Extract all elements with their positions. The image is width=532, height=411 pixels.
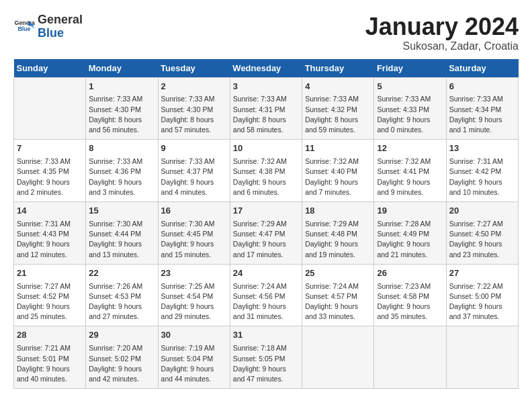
day-info: Sunrise: 7:33 AM Sunset: 4:30 PM Dayligh… [89,94,154,135]
day-number: 14 [17,205,83,218]
day-info: Sunrise: 7:32 AM Sunset: 4:41 PM Dayligh… [377,156,443,197]
day-number: 29 [89,329,154,342]
week-row-3: 14Sunrise: 7:31 AM Sunset: 4:43 PM Dayli… [14,202,519,265]
day-info: Sunrise: 7:33 AM Sunset: 4:30 PM Dayligh… [161,94,227,135]
calendar-cell: 21Sunrise: 7:27 AM Sunset: 4:52 PM Dayli… [14,264,86,326]
day-info: Sunrise: 7:20 AM Sunset: 5:02 PM Dayligh… [89,343,154,384]
calendar-cell: 16Sunrise: 7:30 AM Sunset: 4:45 PM Dayli… [158,202,230,265]
calendar-cell: 18Sunrise: 7:29 AM Sunset: 4:48 PM Dayli… [302,202,374,265]
calendar-cell: 22Sunrise: 7:26 AM Sunset: 4:53 PM Dayli… [86,264,158,326]
day-number: 1 [89,81,154,93]
day-number: 18 [305,205,371,218]
calendar-cell: 13Sunrise: 7:31 AM Sunset: 4:42 PM Dayli… [446,140,518,202]
svg-text:Blue: Blue [17,26,30,32]
calendar-cell: 28Sunrise: 7:21 AM Sunset: 5:01 PM Dayli… [14,326,86,389]
day-number: 4 [305,81,371,93]
header-thursday: Thursday [302,59,374,78]
calendar-cell: 11Sunrise: 7:32 AM Sunset: 4:40 PM Dayli… [302,140,374,202]
day-number: 22 [89,267,154,280]
day-number: 6 [449,81,515,93]
calendar-cell [302,326,374,389]
day-info: Sunrise: 7:33 AM Sunset: 4:34 PM Dayligh… [449,94,515,135]
week-row-2: 7Sunrise: 7:33 AM Sunset: 4:35 PM Daylig… [14,140,519,202]
day-number: 10 [233,142,299,155]
calendar-cell: 2Sunrise: 7:33 AM Sunset: 4:30 PM Daylig… [158,77,230,140]
day-number: 21 [17,267,83,280]
day-info: Sunrise: 7:28 AM Sunset: 4:49 PM Dayligh… [377,219,443,260]
day-info: Sunrise: 7:26 AM Sunset: 4:53 PM Dayligh… [89,281,154,322]
day-info: Sunrise: 7:22 AM Sunset: 5:00 PM Dayligh… [449,281,515,322]
day-info: Sunrise: 7:30 AM Sunset: 4:45 PM Dayligh… [161,219,227,260]
day-info: Sunrise: 7:23 AM Sunset: 4:58 PM Dayligh… [377,281,443,322]
day-info: Sunrise: 7:27 AM Sunset: 4:52 PM Dayligh… [17,281,83,322]
day-number: 8 [89,142,154,155]
calendar-cell: 15Sunrise: 7:30 AM Sunset: 4:44 PM Dayli… [86,202,158,265]
calendar-cell: 4Sunrise: 7:33 AM Sunset: 4:32 PM Daylig… [302,77,374,140]
week-row-1: 1Sunrise: 7:33 AM Sunset: 4:30 PM Daylig… [14,77,519,140]
week-row-4: 21Sunrise: 7:27 AM Sunset: 4:52 PM Dayli… [14,264,519,326]
days-header-row: SundayMondayTuesdayWednesdayThursdayFrid… [14,59,519,78]
day-info: Sunrise: 7:32 AM Sunset: 4:38 PM Dayligh… [233,156,299,197]
day-number: 12 [377,142,443,155]
day-info: Sunrise: 7:18 AM Sunset: 5:05 PM Dayligh… [233,343,299,384]
day-info: Sunrise: 7:32 AM Sunset: 4:40 PM Dayligh… [305,156,371,197]
header-wednesday: Wednesday [230,59,302,78]
calendar-cell: 8Sunrise: 7:33 AM Sunset: 4:36 PM Daylig… [86,140,158,202]
calendar-cell: 9Sunrise: 7:33 AM Sunset: 4:37 PM Daylig… [158,140,230,202]
calendar-cell: 29Sunrise: 7:20 AM Sunset: 5:02 PM Dayli… [86,326,158,389]
calendar-cell [374,326,446,389]
day-info: Sunrise: 7:31 AM Sunset: 4:43 PM Dayligh… [17,219,83,260]
day-number: 26 [377,267,443,280]
calendar-cell: 25Sunrise: 7:24 AM Sunset: 4:57 PM Dayli… [302,264,374,326]
day-number: 28 [17,329,83,342]
header-saturday: Saturday [446,59,518,78]
day-number: 27 [449,267,515,280]
week-row-5: 28Sunrise: 7:21 AM Sunset: 5:01 PM Dayli… [14,326,519,389]
logo: General Blue General Blue [13,13,83,40]
calendar-cell: 20Sunrise: 7:27 AM Sunset: 4:50 PM Dayli… [446,202,518,265]
day-number: 30 [161,329,227,342]
day-number: 19 [377,205,443,218]
calendar-cell: 6Sunrise: 7:33 AM Sunset: 4:34 PM Daylig… [446,77,518,140]
calendar-cell: 12Sunrise: 7:32 AM Sunset: 4:41 PM Dayli… [374,140,446,202]
calendar-cell: 23Sunrise: 7:25 AM Sunset: 4:54 PM Dayli… [158,264,230,326]
day-number: 17 [233,205,299,218]
day-number: 3 [233,81,299,93]
day-number: 9 [161,142,227,155]
calendar-cell: 27Sunrise: 7:22 AM Sunset: 5:00 PM Dayli… [446,264,518,326]
day-info: Sunrise: 7:25 AM Sunset: 4:54 PM Dayligh… [161,281,227,322]
day-info: Sunrise: 7:33 AM Sunset: 4:31 PM Dayligh… [233,94,299,135]
day-number: 20 [449,205,515,218]
day-info: Sunrise: 7:30 AM Sunset: 4:44 PM Dayligh… [89,219,154,260]
calendar-cell: 5Sunrise: 7:33 AM Sunset: 4:33 PM Daylig… [374,77,446,140]
day-number: 13 [449,142,515,155]
day-number: 31 [233,329,299,342]
calendar-cell: 30Sunrise: 7:19 AM Sunset: 5:04 PM Dayli… [158,326,230,389]
day-number: 16 [161,205,227,218]
page-header: General Blue General Blue January 2024 S… [13,13,519,52]
day-info: Sunrise: 7:24 AM Sunset: 4:56 PM Dayligh… [233,281,299,322]
header-tuesday: Tuesday [158,59,230,78]
day-number: 24 [233,267,299,280]
header-sunday: Sunday [14,59,86,78]
day-number: 5 [377,81,443,93]
day-info: Sunrise: 7:29 AM Sunset: 4:48 PM Dayligh… [305,219,371,260]
logo-icon: General Blue [13,16,35,38]
calendar-cell: 14Sunrise: 7:31 AM Sunset: 4:43 PM Dayli… [14,202,86,265]
location-subtitle: Sukosan, Zadar, Croatia [365,40,519,52]
calendar-cell [14,77,86,140]
day-info: Sunrise: 7:29 AM Sunset: 4:47 PM Dayligh… [233,219,299,260]
day-info: Sunrise: 7:33 AM Sunset: 4:37 PM Dayligh… [161,156,227,197]
day-info: Sunrise: 7:24 AM Sunset: 4:57 PM Dayligh… [305,281,371,322]
day-info: Sunrise: 7:33 AM Sunset: 4:32 PM Dayligh… [305,94,371,135]
calendar-cell: 24Sunrise: 7:24 AM Sunset: 4:56 PM Dayli… [230,264,302,326]
day-info: Sunrise: 7:33 AM Sunset: 4:35 PM Dayligh… [17,156,83,197]
month-year-title: January 2024 [365,13,519,40]
header-friday: Friday [374,59,446,78]
day-number: 23 [161,267,227,280]
calendar-cell: 19Sunrise: 7:28 AM Sunset: 4:49 PM Dayli… [374,202,446,265]
title-block: January 2024 Sukosan, Zadar, Croatia [365,13,519,52]
calendar-table: SundayMondayTuesdayWednesdayThursdayFrid… [13,59,519,390]
day-info: Sunrise: 7:31 AM Sunset: 4:42 PM Dayligh… [449,156,515,197]
day-number: 2 [161,81,227,93]
